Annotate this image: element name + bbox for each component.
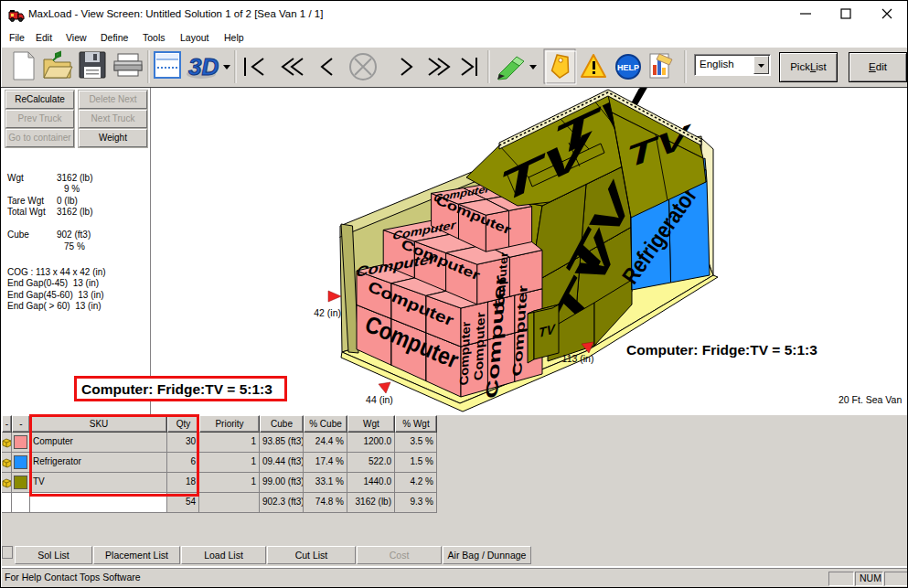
svg-text:3D: 3D [188, 53, 219, 80]
svg-text:Computer: Computer [399, 236, 483, 283]
svg-text:Computer: Computer [355, 250, 438, 279]
svg-text:Computer: Computer [433, 192, 514, 237]
svg-text:TV: TV [538, 321, 557, 340]
svg-text:HELP: HELP [617, 63, 639, 72]
svg-text:113 (in): 113 (in) [562, 353, 594, 364]
svg-text:Computer: Computer [472, 311, 488, 381]
svg-text:Computer: Computer [365, 278, 456, 330]
svg-text:Computer: Computer [457, 321, 473, 387]
svg-text:Computer: Computer [494, 251, 511, 315]
svg-text:Computer: Computer [509, 283, 530, 377]
svg-text:Computer: Computer [433, 183, 492, 204]
svg-text:TV: TV [624, 116, 694, 176]
svg-text:Computer: Computer [483, 274, 509, 400]
svg-text:Computer: Computer [361, 310, 463, 374]
svg-text:Refrigerator: Refrigerator [616, 182, 701, 288]
svg-text:TV: TV [559, 171, 641, 294]
svg-text:44 (in): 44 (in) [366, 394, 393, 405]
svg-text:Computer: Computer [391, 219, 458, 242]
svg-text:TV: TV [496, 121, 595, 216]
svg-text:42 (in): 42 (in) [314, 307, 341, 318]
svg-text:TV: TV [544, 219, 626, 342]
